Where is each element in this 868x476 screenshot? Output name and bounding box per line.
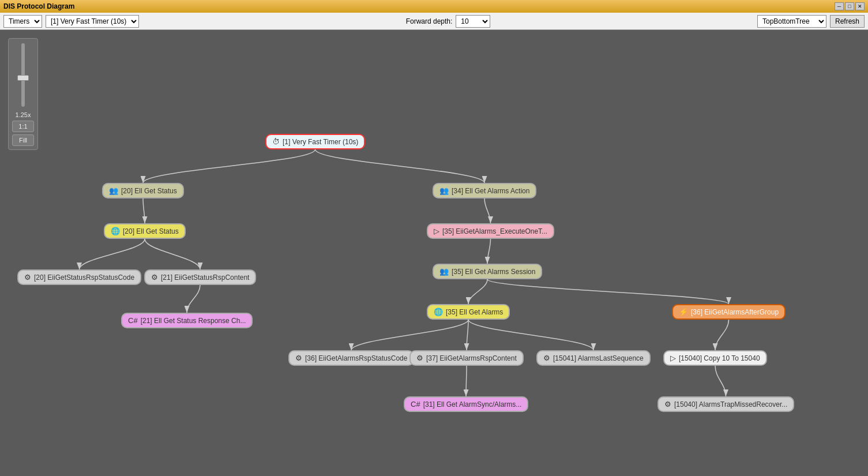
node-label-n20a: [20] Ell Get Status (121, 187, 177, 195)
node-label-n15040b: [15040] AlarmsTrapMissedRecover... (674, 400, 787, 408)
node-label-n34: [34] Ell Get Alarms Action (452, 187, 529, 195)
node-n36b[interactable]: ⚡[36] EiiGetAlarmsAfterGroup (672, 304, 786, 320)
node-n34[interactable]: 👥[34] Ell Get Alarms Action (433, 183, 536, 198)
node-icon-n36a: ⚙ (295, 354, 302, 362)
layout-select[interactable]: TopBottomTree (757, 15, 826, 28)
title-bar: DIS Protocol Diagram ─ □ ✕ (0, 0, 868, 13)
arrow-n35c-to-n15041 (468, 320, 593, 350)
node-n1[interactable]: ⏱[1] Very Fast Timer (10s) (265, 134, 365, 149)
diagram-canvas: 1.25x 1:1 Fill ⏱[1] Very Fast Timer (10s… (0, 30, 868, 476)
node-icon-n35b: 👥 (439, 267, 449, 276)
node-n35c[interactable]: 🌐[35] Ell Get Alarms (427, 304, 510, 320)
node-n21a[interactable]: ⚙[21] EiiGetStatusRspContent (144, 269, 256, 285)
zoom-1to1-button[interactable]: 1:1 (12, 121, 34, 132)
arrow-n37-to-n31 (466, 366, 467, 396)
refresh-button[interactable]: Refresh (830, 15, 865, 28)
node-label-n36a: [36] EiiGetAlarmsRspStatusCode (305, 354, 407, 362)
arrow-n15040a-to-n15040b (715, 366, 726, 396)
forward-depth-select[interactable]: 10 (456, 15, 490, 28)
node-label-n36b: [36] EiiGetAlarmsAfterGroup (691, 308, 779, 316)
node-n15041[interactable]: ⚙[15041] AlarmsLastSequence (536, 350, 651, 366)
node-n21b[interactable]: C#[21] Ell Get Status Response Ch... (121, 313, 253, 328)
node-icon-n35a: ▷ (434, 227, 439, 235)
arrow-n21a-to-n21b (187, 285, 200, 313)
node-icon-n34: 👥 (439, 186, 449, 195)
arrow-n36b-to-n15040a (715, 320, 729, 350)
node-n15040b[interactable]: ⚙[15040] AlarmsTrapMissedRecover... (657, 396, 794, 412)
node-n35b[interactable]: 👥[35] Ell Get Alarms Session (433, 264, 542, 279)
zoom-panel: 1.25x 1:1 Fill (8, 38, 38, 150)
toolbar: Timers [1] Very Fast Timer (10s) Forward… (0, 13, 868, 30)
node-label-n21a: [21] EiiGetStatusRspContent (161, 273, 249, 282)
node-icon-n20c: ⚙ (24, 273, 31, 282)
node-icon-n21a: ⚙ (151, 273, 158, 282)
arrow-n35c-to-n37 (467, 320, 468, 350)
arrow-n35b-to-n36b (487, 279, 729, 304)
node-icon-n21b: C# (128, 316, 138, 325)
window-title: DIS Protocol Diagram (3, 2, 835, 10)
node-icon-n20b: 🌐 (111, 227, 120, 235)
zoom-slider-track[interactable] (21, 43, 25, 107)
node-label-n15040a: [15040] Copy 10 To 15040 (679, 354, 760, 362)
node-icon-n35c: 🌐 (434, 308, 443, 316)
node-n31[interactable]: C#[31] Ell Get AlarmSync/Alarms... (404, 396, 528, 412)
close-button[interactable]: ✕ (855, 2, 865, 10)
node-n20b[interactable]: 🌐[20] Ell Get Status (104, 223, 186, 239)
node-n20c[interactable]: ⚙[20] EiiGetStatusRspStatusCode (17, 269, 141, 285)
node-label-n35c: [35] Ell Get Alarms (446, 308, 503, 316)
zoom-fill-button[interactable]: Fill (12, 134, 34, 146)
category-select[interactable]: Timers (3, 15, 42, 28)
node-label-n31: [31] Ell Get AlarmSync/Alarms... (423, 400, 522, 408)
arrow-n35a-to-n35b (487, 239, 491, 264)
arrow-n20b-to-n21a (145, 239, 200, 269)
node-icon-n36b: ⚡ (679, 308, 688, 316)
node-icon-n15040b: ⚙ (664, 400, 671, 408)
node-n36a[interactable]: ⚙[36] EiiGetAlarmsRspStatusCode (288, 350, 414, 366)
node-label-n35b: [35] Ell Get Alarms Session (452, 268, 535, 276)
forward-depth-label: Forward depth: (406, 17, 453, 25)
node-icon-n20a: 👥 (109, 186, 118, 195)
zoom-scale-label: 1.25x (16, 111, 31, 118)
arrow-n35c-to-n36a (351, 320, 468, 350)
node-select[interactable]: [1] Very Fast Timer (10s) (46, 15, 139, 28)
arrow-n34-to-n35a (484, 198, 491, 223)
node-icon-n37: ⚙ (416, 354, 423, 362)
node-icon-n31: C# (411, 400, 420, 408)
node-label-n20c: [20] EiiGetStatusRspStatusCode (34, 273, 134, 282)
arrow-n20a-to-n20b (143, 198, 145, 223)
node-n35a[interactable]: ▷[35] EiiGetAlarms_ExecuteOneT... (427, 223, 554, 239)
node-icon-n1: ⏱ (272, 137, 280, 146)
node-label-n35a: [35] EiiGetAlarms_ExecuteOneT... (442, 227, 547, 235)
node-n15040a[interactable]: ▷[15040] Copy 10 To 15040 (663, 350, 767, 366)
node-label-n15041: [15041] AlarmsLastSequence (553, 354, 644, 362)
node-n20a[interactable]: 👥[20] Ell Get Status (102, 183, 184, 198)
arrow-n20b-to-n20c (80, 239, 145, 269)
arrow-n35b-to-n35c (468, 279, 487, 304)
arrow-n1-to-n34 (315, 149, 485, 183)
zoom-slider-thumb[interactable] (17, 75, 29, 81)
node-label-n20b: [20] Ell Get Status (123, 227, 179, 235)
arrow-n1-to-n20a (143, 149, 315, 183)
node-label-n37: [37] EiiGetAlarmsRspContent (426, 354, 517, 362)
node-icon-n15041: ⚙ (543, 354, 550, 362)
node-label-n21b: [21] Ell Get Status Response Ch... (141, 317, 246, 325)
node-icon-n15040a: ▷ (670, 354, 676, 362)
node-label-n1: [1] Very Fast Timer (10s) (283, 138, 358, 146)
node-n37[interactable]: ⚙[37] EiiGetAlarmsRspContent (409, 350, 524, 366)
minimize-button[interactable]: ─ (835, 2, 844, 10)
maximize-button[interactable]: □ (845, 2, 854, 10)
window-controls[interactable]: ─ □ ✕ (835, 2, 865, 10)
